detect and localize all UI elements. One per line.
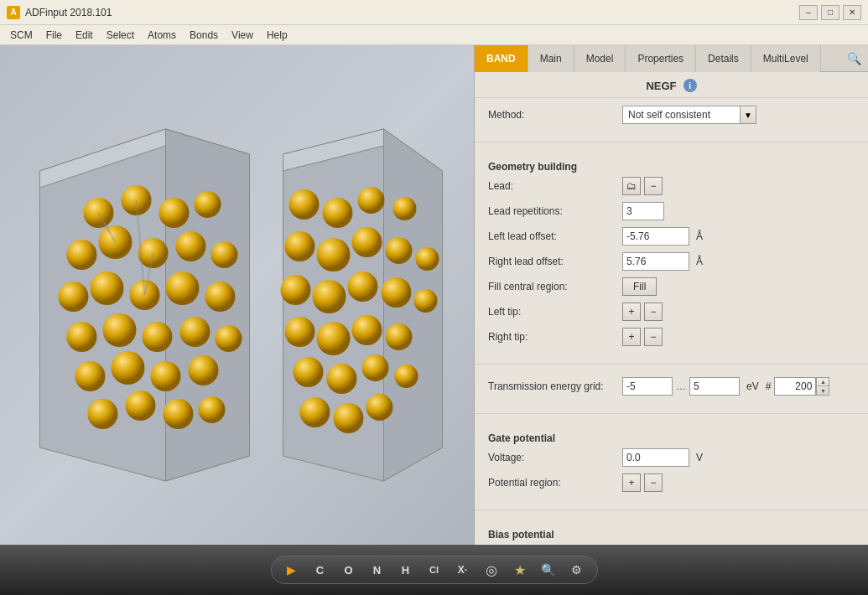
transmission-count-arrows: ▲ ▼ (816, 377, 829, 396)
menu-file[interactable]: File (39, 26, 69, 44)
potential-region-minus-button[interactable]: − (644, 473, 663, 492)
method-label: Method: (488, 109, 622, 121)
tab-properties[interactable]: Properties (626, 45, 696, 72)
tab-details[interactable]: Details (696, 45, 751, 72)
left-lead-offset-input[interactable] (622, 227, 689, 246)
form-section-method: Method: Not self consistent Self consist… (475, 98, 868, 137)
toolbar-n-icon[interactable]: N (367, 560, 387, 580)
transmission-hash: # (766, 380, 772, 392)
svg-point-10 (67, 240, 97, 270)
potential-region-row: Potential region: + − (488, 473, 855, 493)
minimize-button[interactable]: – (799, 5, 818, 20)
transmission-count-up[interactable]: ▲ (817, 378, 829, 386)
menu-scm[interactable]: SCM (3, 26, 39, 44)
svg-point-57 (395, 365, 418, 388)
search-icon[interactable]: 🔍 (840, 49, 868, 69)
svg-point-26 (112, 351, 145, 385)
toolbar-c-icon[interactable]: C (310, 560, 330, 580)
tab-band[interactable]: BAND (475, 45, 528, 72)
tab-main[interactable]: Main (528, 45, 574, 72)
gate-voltage-unit: V (696, 452, 703, 463)
left-tip-plus-button[interactable]: + (622, 303, 641, 321)
fill-button[interactable]: Fill (622, 277, 657, 296)
toolbar-search-icon[interactable]: 🔍 (538, 560, 559, 580)
panel-content: NEGF i Method: Not self consistent Self … (475, 72, 868, 545)
bottom-toolbar: ▶ C O N H Cl X· ◎ ★ 🔍 ⚙ (0, 545, 868, 595)
tab-model[interactable]: Model (574, 45, 626, 72)
toolbar-settings-icon[interactable]: ⚙ (567, 560, 587, 580)
toolbar-x-icon[interactable]: X· (453, 560, 473, 580)
app-icon: A (7, 6, 20, 19)
svg-point-40 (285, 231, 315, 261)
svg-point-60 (366, 394, 393, 421)
toolbar-ring-icon[interactable]: ◎ (481, 560, 502, 580)
left-tip-row: Left tip: + − (488, 302, 855, 322)
lead-row: Lead: 🗂 − (488, 176, 855, 196)
maximize-button[interactable]: □ (821, 5, 839, 20)
toolbar-h-icon[interactable]: H (396, 560, 416, 580)
gate-voltage-input[interactable] (622, 448, 689, 467)
method-controls: Not self consistent Self consistent ▼ (622, 106, 855, 124)
potential-region-plus-button[interactable]: + (622, 473, 641, 492)
menu-help[interactable]: Help (260, 26, 294, 44)
fill-central-region-controls: Fill (622, 277, 855, 296)
method-row: Method: Not self consistent Self consist… (488, 105, 855, 125)
close-button[interactable]: ✕ (843, 5, 861, 20)
svg-point-32 (199, 396, 226, 423)
svg-point-58 (300, 397, 330, 427)
viewport-3d[interactable] (0, 45, 474, 545)
svg-point-24 (216, 325, 242, 352)
toolbar-star-icon[interactable]: ★ (510, 560, 530, 580)
menu-bonds[interactable]: Bonds (183, 26, 225, 44)
lead-repetitions-row: Lead repetitions: (488, 201, 855, 221)
right-lead-offset-controls: Å (622, 252, 855, 271)
lead-controls: 🗂 − (622, 177, 855, 195)
bias-voltage-row: Voltage: V (488, 544, 855, 545)
tab-bar: BAND Main Model Properties Details Multi… (475, 45, 868, 72)
left-tip-minus-button[interactable]: − (644, 303, 663, 321)
transmission-unit: eV (746, 380, 759, 392)
svg-point-18 (166, 272, 200, 305)
svg-point-59 (334, 403, 364, 433)
info-button[interactable]: i (683, 79, 697, 92)
method-dropdown-container: Not self consistent Self consistent ▼ (622, 106, 756, 124)
potential-region-controls: + − (622, 473, 855, 492)
lead-folder-button[interactable]: 🗂 (622, 177, 641, 195)
right-tip-minus-button[interactable]: − (644, 328, 663, 346)
svg-point-44 (416, 247, 439, 271)
svg-point-51 (317, 322, 351, 355)
tab-multilevel[interactable]: MultiLevel (751, 45, 821, 72)
gate-voltage-row: Voltage: V (488, 448, 855, 468)
fill-central-region-label: Fill central region: (488, 281, 622, 292)
toolbar-cl-icon[interactable]: Cl (424, 560, 444, 580)
main-content: BAND Main Model Properties Details Multi… (0, 45, 868, 545)
transmission-to-input[interactable] (689, 377, 740, 396)
menu-view[interactable]: View (225, 26, 260, 44)
svg-point-20 (67, 322, 97, 352)
right-tip-plus-button[interactable]: + (622, 328, 641, 346)
lead-repetitions-controls (622, 202, 855, 220)
lead-repetitions-input[interactable] (622, 202, 664, 220)
method-select[interactable]: Not self consistent Self consistent (622, 106, 740, 124)
method-dropdown-arrow[interactable]: ▼ (740, 106, 756, 124)
gate-voltage-label: Voltage: (488, 452, 622, 463)
toolbar-o-icon[interactable]: O (339, 560, 359, 580)
fill-central-region-row: Fill central region: Fill (488, 277, 855, 297)
menu-select[interactable]: Select (100, 26, 141, 44)
bias-potential-title: Bias potential (488, 529, 855, 541)
toolbar-cursor-icon[interactable]: ▶ (282, 560, 302, 580)
transmission-count-down[interactable]: ▼ (817, 386, 829, 395)
svg-point-45 (281, 275, 311, 305)
right-lead-offset-row: Right lead offset: Å (488, 251, 855, 272)
transmission-from-input[interactable] (622, 377, 673, 396)
transmission-count-input[interactable] (774, 377, 816, 396)
right-lead-offset-input[interactable] (622, 252, 689, 271)
svg-point-30 (126, 391, 156, 421)
lead-minus-button[interactable]: − (644, 177, 663, 195)
menu-edit[interactable]: Edit (69, 26, 100, 44)
transmission-controls: … eV # ▲ ▼ (622, 377, 855, 396)
menu-atoms[interactable]: Atoms (141, 26, 183, 44)
svg-point-9 (195, 191, 221, 218)
svg-point-28 (189, 355, 219, 385)
right-lead-offset-label: Right lead offset: (488, 256, 622, 267)
